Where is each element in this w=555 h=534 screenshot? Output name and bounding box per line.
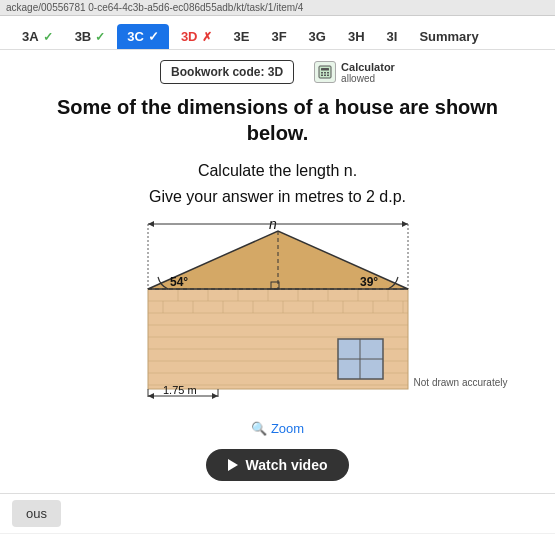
watch-video-area: Watch video	[0, 441, 555, 493]
zoom-label: Zoom	[271, 421, 304, 436]
svg-rect-2	[321, 72, 323, 74]
calculator-info: Calculator allowed	[314, 61, 395, 84]
not-drawn-label: Not drawn accurately	[414, 377, 508, 388]
zoom-area: 🔍 Zoom	[0, 413, 555, 441]
svg-marker-43	[402, 221, 408, 227]
calculator-label: Calculator	[341, 61, 395, 73]
tab-3F[interactable]: 3F	[261, 24, 296, 49]
tab-3D-cross-icon: ✗	[202, 30, 212, 44]
tab-Summary-label: Summary	[419, 29, 478, 44]
tab-3E[interactable]: 3E	[224, 24, 260, 49]
svg-text:54°: 54°	[170, 275, 188, 289]
previous-button[interactable]: ous	[12, 500, 61, 527]
question-sub-line1: Calculate the length n.	[30, 158, 525, 184]
bottom-bar: ous	[0, 493, 555, 533]
tab-3H[interactable]: 3H	[338, 24, 375, 49]
tab-3C[interactable]: 3C ✓	[117, 24, 169, 49]
url-text: ackage/00556781 0-ce64-4c3b-a5d6-ec086d5…	[6, 2, 303, 13]
tab-3F-label: 3F	[271, 29, 286, 44]
svg-marker-47	[148, 393, 154, 399]
question-sub-line2: Give your answer in metres to 2 d.p.	[30, 184, 525, 210]
zoom-icon: 🔍	[251, 421, 267, 436]
zoom-link[interactable]: 🔍 Zoom	[251, 421, 304, 436]
svg-text:n: n	[269, 219, 277, 232]
tab-3B-check-icon: ✓	[95, 30, 105, 44]
tab-3A[interactable]: 3A ✓	[12, 24, 63, 49]
svg-text:39°: 39°	[360, 275, 378, 289]
tab-Summary[interactable]: Summary	[409, 24, 488, 49]
tab-3I-label: 3I	[387, 29, 398, 44]
calculator-icon	[314, 61, 336, 83]
tab-bar: 3A ✓ 3B ✓ 3C ✓ 3D ✗ 3E 3F 3G 3H	[0, 16, 555, 50]
calculator-text: Calculator allowed	[341, 61, 395, 84]
tab-3D-label: 3D	[181, 29, 198, 44]
svg-text:1.75 m: 1.75 m	[163, 384, 197, 396]
tab-3H-label: 3H	[348, 29, 365, 44]
svg-rect-1	[321, 68, 329, 71]
svg-rect-6	[324, 75, 326, 77]
calculator-sublabel: allowed	[341, 73, 395, 84]
main-content: 3A ✓ 3B ✓ 3C ✓ 3D ✗ 3E 3F 3G 3H	[0, 16, 555, 533]
tab-3A-check-icon: ✓	[43, 30, 53, 44]
tab-3I[interactable]: 3I	[377, 24, 408, 49]
tab-3C-label: 3C	[127, 29, 144, 44]
diagram-area: 54° 39° n 1.75 m	[0, 219, 555, 413]
question-area: Some of the dimensions of a house are sh…	[0, 94, 555, 219]
svg-rect-3	[324, 72, 326, 74]
svg-marker-48	[212, 393, 218, 399]
tab-3B[interactable]: 3B ✓	[65, 24, 116, 49]
svg-rect-5	[321, 75, 323, 77]
svg-marker-42	[148, 221, 154, 227]
tab-3A-label: 3A	[22, 29, 39, 44]
tab-3G-label: 3G	[309, 29, 326, 44]
watch-video-label: Watch video	[246, 457, 328, 473]
tab-3B-label: 3B	[75, 29, 92, 44]
bookwork-badge: Bookwork code: 3D	[160, 60, 294, 84]
question-sub-text: Calculate the length n. Give your answer…	[30, 158, 525, 209]
tab-3G[interactable]: 3G	[299, 24, 336, 49]
tab-3E-label: 3E	[234, 29, 250, 44]
tab-3C-check-icon: ✓	[148, 29, 159, 44]
svg-rect-4	[327, 72, 329, 74]
url-bar: ackage/00556781 0-ce64-4c3b-a5d6-ec086d5…	[0, 0, 555, 16]
question-main-text: Some of the dimensions of a house are sh…	[30, 94, 525, 146]
watch-video-button[interactable]: Watch video	[206, 449, 350, 481]
diagram-wrapper: 54° 39° n 1.75 m	[128, 219, 428, 408]
tab-3D[interactable]: 3D ✗	[171, 24, 222, 49]
bookwork-area: Bookwork code: 3D Calculator allowed	[0, 50, 555, 94]
svg-rect-7	[327, 75, 329, 77]
house-svg: 54° 39° n 1.75 m	[128, 219, 428, 404]
play-icon	[228, 459, 238, 471]
